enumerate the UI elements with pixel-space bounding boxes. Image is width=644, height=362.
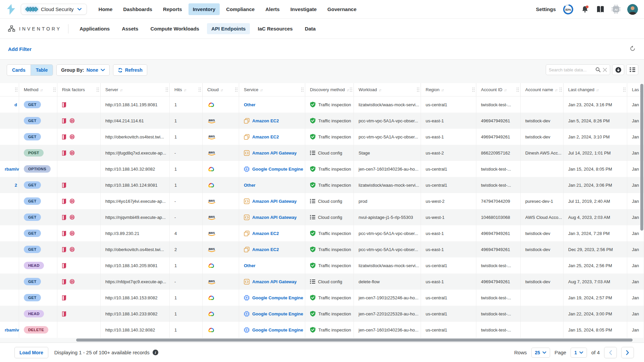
horizontal-scrollbar[interactable]: [76, 339, 633, 342]
reset-filters-icon[interactable]: [630, 45, 636, 53]
column-resize-grip[interactable]: [15, 87, 18, 92]
sort-arrows-icon[interactable]: ↓↑: [379, 88, 381, 92]
sort-arrows-icon[interactable]: ↓↑: [220, 88, 223, 92]
column-resize-grip[interactable]: [417, 87, 420, 92]
column-resize-grip[interactable]: [53, 87, 56, 92]
service-link[interactable]: Other: [244, 183, 256, 188]
table-row: GEThttp://10.188.140.153:80821Google Com…: [0, 290, 644, 306]
hits-value: 1: [174, 102, 177, 107]
sort-arrows-icon[interactable]: ↓↑: [260, 88, 262, 92]
column-resize-grip[interactable]: [559, 87, 562, 92]
service-link[interactable]: Google Compute Engine: [252, 295, 303, 300]
column-resize-grip[interactable]: [96, 87, 99, 92]
column-resize-grip[interactable]: [472, 87, 475, 92]
tab-compute-workloads[interactable]: Compute Workloads: [146, 23, 204, 34]
vertical-scrollbar[interactable]: [640, 84, 643, 231]
column-resize-grip[interactable]: [623, 87, 626, 92]
tab-api-endpoints[interactable]: API Endpoints: [207, 23, 250, 34]
column-header-method[interactable]: Method↓↑: [19, 83, 57, 96]
nav-item-reports[interactable]: Reports: [159, 3, 186, 15]
nav-item-dashboards[interactable]: Dashboards: [119, 3, 157, 15]
prev-page-button[interactable]: [604, 347, 617, 358]
service-link[interactable]: Amazon API Gateway: [252, 199, 297, 204]
service-link[interactable]: Other: [244, 263, 256, 268]
sort-arrows-icon[interactable]: ↓↑: [346, 88, 349, 92]
sort-arrows-icon[interactable]: ↓↑: [441, 88, 443, 92]
nav-item-inventory[interactable]: Inventory: [189, 3, 220, 15]
sort-arrows-icon[interactable]: ↓↑: [555, 88, 557, 92]
product-selector[interactable]: Cloud Security: [21, 4, 87, 15]
column-header-region[interactable]: Region↓↑: [421, 83, 476, 96]
tab-assets[interactable]: Assets: [117, 23, 143, 34]
traffic-inspection-shield-icon: [310, 230, 316, 236]
rows-per-page-select[interactable]: 25: [531, 348, 550, 358]
column-header-account_name[interactable]: Account name↓↑: [521, 83, 564, 96]
view-cards-button[interactable]: Cards: [7, 65, 31, 75]
sort-arrows-icon[interactable]: ↓↑: [40, 88, 42, 92]
next-page-button[interactable]: [621, 347, 634, 358]
column-resize-grip[interactable]: [516, 87, 519, 92]
column-resize-grip[interactable]: [198, 87, 201, 92]
service-link[interactable]: Other: [244, 102, 256, 107]
service-link[interactable]: Amazon EC2: [252, 134, 279, 139]
tab-applications[interactable]: Applications: [75, 23, 114, 34]
endpoint-name-link[interactable]: rbamlv: [5, 327, 19, 333]
cell-server: http://10.188.140.32:8082: [101, 322, 170, 338]
column-header-cloud[interactable]: Cloud↓↑: [203, 83, 239, 96]
service-link[interactable]: Amazon EC2: [252, 118, 279, 123]
download-button[interactable]: [612, 64, 624, 75]
user-avatar[interactable]: [627, 4, 638, 15]
column-resize-grip[interactable]: [350, 87, 353, 92]
service-link[interactable]: Amazon API Gateway: [252, 215, 297, 220]
column-resize-grip[interactable]: [301, 87, 304, 92]
account_name-value: puresec-dev-1: [525, 199, 553, 204]
refresh-button[interactable]: Refresh: [113, 64, 147, 76]
search-icon[interactable]: [595, 67, 601, 72]
settings-link[interactable]: Settings: [536, 6, 556, 12]
docs-book-icon[interactable]: [596, 5, 605, 13]
sort-arrows-icon[interactable]: ↓↑: [504, 88, 506, 92]
service-link[interactable]: Amazon EC2: [252, 247, 279, 252]
ai-copilot-icon[interactable]: AI: [611, 5, 621, 14]
tab-data[interactable]: Data: [301, 23, 320, 34]
column-header-workload[interactable]: Workload↓↑: [354, 83, 421, 96]
nav-item-compliance[interactable]: Compliance: [222, 3, 259, 15]
column-header-discovery[interactable]: Discovery method↓↑: [305, 83, 354, 96]
endpoint-name-link[interactable]: 2: [15, 183, 19, 188]
sort-arrows-icon[interactable]: ↓↑: [183, 88, 186, 92]
column-settings-button[interactable]: [626, 64, 638, 75]
endpoint-name-link[interactable]: rbamlv: [5, 167, 19, 172]
load-more-button[interactable]: Load More: [14, 347, 48, 358]
service-link[interactable]: Amazon API Gateway: [252, 150, 297, 156]
nav-item-governance[interactable]: Governance: [323, 3, 361, 15]
info-icon[interactable]: i: [153, 350, 158, 355]
tab-iac-resources[interactable]: IaC Resources: [253, 23, 297, 34]
view-table-button[interactable]: Table: [31, 65, 53, 75]
sort-arrows-icon[interactable]: ↓↑: [120, 88, 122, 92]
nav-item-home[interactable]: Home: [94, 3, 117, 15]
column-resize-grip[interactable]: [235, 87, 238, 92]
hits-value: 1: [174, 311, 177, 316]
service-link[interactable]: Google Compute Engine: [252, 327, 303, 333]
column-header-server[interactable]: Server↓↑: [101, 83, 170, 96]
clear-search-icon[interactable]: [603, 68, 607, 72]
group-by-button[interactable]: Group By: None: [56, 64, 109, 76]
usage-ring[interactable]: 83%: [562, 4, 574, 15]
service-link[interactable]: Amazon EC2: [252, 231, 279, 236]
add-filter-button[interactable]: Add Filter: [8, 46, 32, 52]
nav-item-investigate[interactable]: Investigate: [286, 3, 321, 15]
sort-arrows-icon[interactable]: ↓↑: [596, 88, 598, 92]
column-header-last_changed[interactable]: Last changed↓↑: [564, 83, 627, 96]
search-input[interactable]: [549, 67, 593, 72]
column-header-service[interactable]: Service↓↑: [239, 83, 305, 96]
endpoint-name-link[interactable]: d: [14, 102, 19, 107]
nav-item-alerts[interactable]: Alerts: [261, 3, 284, 15]
service-link[interactable]: Amazon API Gateway: [252, 279, 297, 284]
page-select[interactable]: 1: [571, 348, 587, 358]
column-header-account_id[interactable]: Account ID↓↑: [476, 83, 521, 96]
column-resize-grip[interactable]: [165, 87, 168, 92]
service-link[interactable]: Google Compute Engine: [252, 167, 303, 172]
column-header-hits[interactable]: Hits↓↑: [170, 83, 203, 96]
service-link[interactable]: Google Compute Engine: [252, 311, 303, 316]
notifications-bell-icon[interactable]: [581, 5, 589, 14]
